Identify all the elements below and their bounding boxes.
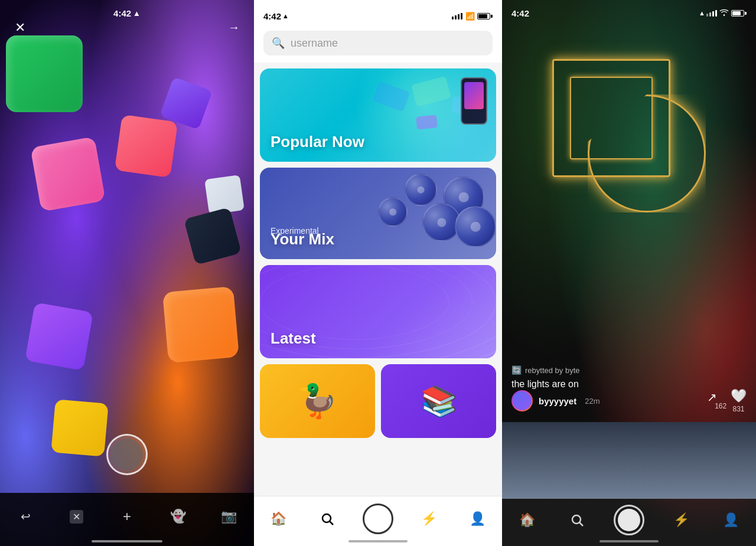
share-button[interactable]: ↗ 162 <box>703 388 728 413</box>
neon-art <box>552 59 706 212</box>
thumbnail-image <box>502 422 756 499</box>
cube-green <box>6 35 83 112</box>
search-icon: 🔍 <box>272 37 285 50</box>
search-input[interactable]: username <box>291 37 484 50</box>
p3-capture-inner <box>618 509 640 531</box>
avatar-inner <box>513 391 532 410</box>
p2-nav-home[interactable]: 🏠 <box>265 506 291 532</box>
video-actions: ↗ 162 🤍 831 <box>709 388 747 413</box>
status-bar-panel1: 4:42 ▲ <box>0 0 254 26</box>
p3-nav-search[interactable] <box>564 507 590 533</box>
svg-point-2 <box>572 515 581 524</box>
cube-yellow <box>51 399 109 457</box>
cube-orange <box>162 286 239 363</box>
card-your-mix[interactable]: Experimental Your Mix <box>260 168 496 259</box>
panel2-bottom-nav: 🏠 ⚡ 👤 <box>254 496 502 546</box>
cd-4 <box>378 197 408 227</box>
svg-line-3 <box>579 523 583 527</box>
signal-bars-p2 <box>452 13 462 19</box>
time-panel3: 4:42 <box>511 8 529 18</box>
p2-nav-capture[interactable] <box>363 504 393 534</box>
status-bar-panel3: 4:42 ▲ <box>502 0 756 26</box>
cd-2 <box>405 174 437 206</box>
user-avatar[interactable] <box>511 390 533 411</box>
time-panel1: 4:42 <box>113 8 131 18</box>
capture-inner <box>111 439 143 470</box>
cube-purple <box>25 302 93 371</box>
panel1-bottom-nav: ↩ ✕ + 👻 📷 <box>0 493 254 546</box>
nav-ghost-icon[interactable]: 👻 <box>166 505 190 528</box>
card-art[interactable]: 📚 <box>381 364 496 438</box>
capture-button[interactable] <box>106 434 148 475</box>
like-button[interactable]: 🤍 831 <box>731 388 747 413</box>
cd-5 <box>455 206 496 247</box>
rebyte-row: 🔄 rebytted by byte <box>511 365 580 375</box>
bottom-cards-row: 🦆 📚 <box>260 364 496 438</box>
card-dancing-emoji: 🦆 <box>297 382 338 420</box>
thumbnail-strip[interactable] <box>502 422 756 499</box>
deco-rect-3 <box>416 115 438 130</box>
browse-content: Popular Now Experimental Your Mix <box>254 63 502 496</box>
p2-nav-search[interactable] <box>314 506 340 532</box>
p2-capture-inner <box>367 508 389 530</box>
p3-nav-flash[interactable]: ⚡ <box>668 507 694 533</box>
card-popular-label: Popular Now <box>271 133 364 151</box>
wifi-icon-p2: 📶 <box>465 12 475 21</box>
panel-feed: 4:42 ▲ 🔄 rebytted by by <box>502 0 756 546</box>
p2-nav-profile[interactable]: 👤 <box>465 506 491 532</box>
cube-pink <box>30 136 105 211</box>
location-icon-p1: ▲ <box>133 9 141 18</box>
card-latest-label: Latest <box>271 329 316 348</box>
phone-deco <box>461 77 487 125</box>
search-box[interactable]: 🔍 username <box>263 31 493 55</box>
username-label[interactable]: byyyyyet <box>539 396 576 406</box>
home-indicator-p1 <box>92 540 162 542</box>
location-icon-p2: ▲ <box>282 12 289 19</box>
card-latest[interactable]: Latest <box>260 265 496 358</box>
home-indicator-p2 <box>348 540 408 542</box>
p3-nav-capture[interactable] <box>614 505 644 535</box>
location-icon-p3: ▲ <box>699 9 705 17</box>
card-mix-label: Your Mix <box>271 230 334 249</box>
nav-refresh-icon[interactable]: ↩ <box>14 505 37 528</box>
wifi-icon-p3 <box>719 9 729 18</box>
p3-nav-home[interactable]: 🏠 <box>514 507 540 533</box>
search-container: 🔍 username <box>254 26 502 63</box>
nav-add-icon[interactable]: + <box>115 505 139 528</box>
signal-bars-p3 <box>706 10 717 17</box>
cube-pink2 <box>115 115 178 178</box>
battery-p2 <box>477 13 493 19</box>
panel3-bottom-nav: 🏠 ⚡ 👤 <box>502 499 756 546</box>
card-dancing[interactable]: 🦆 <box>260 364 375 438</box>
home-indicator-p3 <box>599 540 659 542</box>
svg-line-1 <box>330 522 333 525</box>
svg-point-0 <box>322 514 331 522</box>
panel-camera: ✕ → 4:42 ▲ ↩ ✕ + 👻 📷 <box>0 0 254 546</box>
timestamp-label: 22m <box>585 397 599 406</box>
rebyte-text: rebytted by byte <box>525 366 580 375</box>
battery-p3 <box>731 10 747 17</box>
card-art-emoji: 📚 <box>421 384 457 419</box>
share-count: 162 <box>715 402 726 410</box>
like-count: 831 <box>732 405 744 413</box>
camera-capture-area <box>106 434 148 475</box>
p3-nav-profile[interactable]: 👤 <box>718 507 744 533</box>
nav-camera-icon[interactable]: 📷 <box>217 505 240 528</box>
p2-nav-flash[interactable]: ⚡ <box>416 506 442 532</box>
panel-search: 4:42 ▲ 📶 🔍 username <box>254 0 502 546</box>
video-user-row: byyyyyet 22m ↗ 162 🤍 831 <box>511 388 747 413</box>
card-popular-now[interactable]: Popular Now <box>260 68 496 162</box>
time-panel2: 4:42 <box>263 11 281 21</box>
status-bar-panel2: 4:42 ▲ 📶 <box>254 0 502 26</box>
nav-close-icon[interactable]: ✕ <box>64 505 88 528</box>
rebyte-icon: 🔄 <box>511 365 522 375</box>
